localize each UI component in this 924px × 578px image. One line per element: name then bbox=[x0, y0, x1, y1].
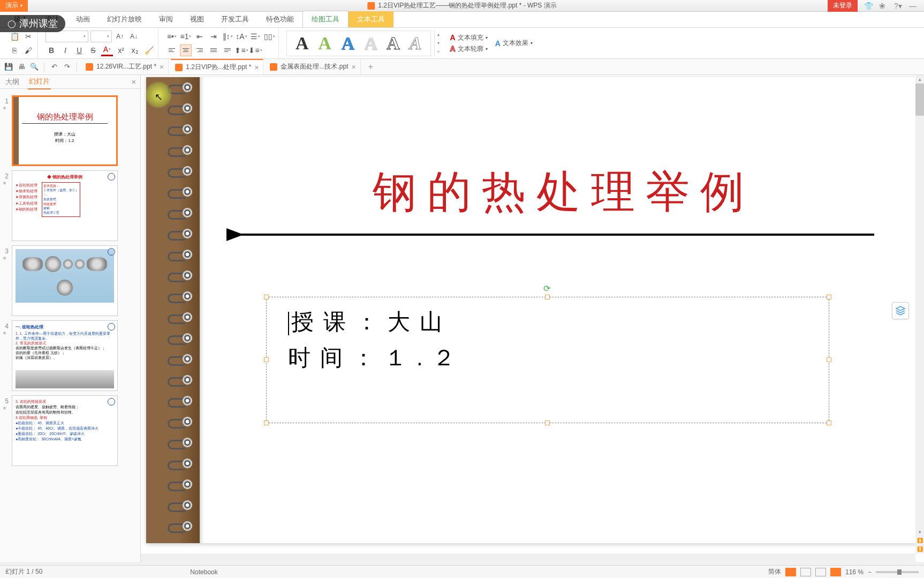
decrease-indent-button[interactable]: ⇤ bbox=[194, 31, 206, 42]
format-painter-icon[interactable]: 🖌 bbox=[22, 44, 34, 56]
slide-thumbnail-5[interactable]: 3. 齿轮的性能要求 齿面高的硬度、接触疲劳、耐磨性能；齿轮轻芯部应具有高的韧性… bbox=[12, 395, 118, 466]
rotate-handle-icon[interactable]: ⟳ bbox=[543, 283, 552, 292]
resize-handle[interactable] bbox=[545, 295, 550, 299]
horizontal-scrollbar[interactable] bbox=[141, 553, 915, 562]
align-right-button[interactable] bbox=[194, 44, 206, 56]
doc-tab-2[interactable]: 1.2日VIP热...处理.ppt * × bbox=[171, 59, 263, 74]
thumbnail-list[interactable]: 1★ 钢的热处理举例 授课：大山时间：1.2 2★ ◆ 钢的热处理举例 bbox=[0, 89, 140, 562]
zoom-out-button[interactable]: − bbox=[868, 568, 872, 576]
text-direction-button[interactable]: ↕A bbox=[236, 31, 247, 42]
save-icon[interactable]: 💾 bbox=[3, 62, 14, 72]
wordart-style-3[interactable]: A bbox=[341, 33, 354, 54]
resize-handle[interactable] bbox=[827, 421, 831, 425]
zoom-slider[interactable] bbox=[876, 571, 919, 573]
settings-icon[interactable]: ❀ bbox=[879, 2, 888, 10]
slide-thumbnail-3[interactable] bbox=[12, 245, 118, 316]
prev-slide-icon[interactable]: ⏫ bbox=[915, 536, 924, 545]
resize-handle[interactable] bbox=[264, 295, 269, 299]
clear-format-icon[interactable]: 🧹 bbox=[143, 44, 155, 56]
scroll-up-icon[interactable]: ▴ bbox=[915, 75, 924, 84]
spacing-after-button[interactable]: ⬇≡ bbox=[249, 44, 261, 56]
minimize-icon[interactable]: — bbox=[909, 2, 918, 10]
columns-button[interactable]: ▯▯ bbox=[263, 31, 275, 42]
text-outline-button[interactable]: A文本轮廓▾ bbox=[450, 44, 488, 54]
panel-close-icon[interactable]: × bbox=[132, 78, 140, 86]
align-distribute-button[interactable] bbox=[222, 44, 233, 56]
superscript-button[interactable]: x² bbox=[115, 44, 127, 56]
wordart-style-5[interactable]: A bbox=[387, 33, 400, 54]
bold-button[interactable]: B bbox=[46, 44, 57, 56]
zoom-level[interactable]: 116 % bbox=[845, 568, 864, 576]
wordart-more-button[interactable]: ▴▾▿ bbox=[434, 31, 443, 56]
menu-features[interactable]: 特色功能 bbox=[257, 11, 302, 27]
panel-tab-outline[interactable]: 大纲 bbox=[4, 75, 20, 89]
panel-tab-slides[interactable]: 幻灯片 bbox=[28, 74, 51, 89]
wordart-style-1[interactable]: A bbox=[296, 33, 309, 54]
align-text-button[interactable]: ☰ bbox=[249, 31, 261, 42]
bullets-button[interactable]: ≡• bbox=[166, 31, 178, 42]
menu-text-tools[interactable]: 文本工具 bbox=[349, 11, 393, 27]
slide-title-box[interactable]: 钢的热处理举例 bbox=[243, 163, 885, 222]
increase-indent-button[interactable]: ⇥ bbox=[208, 31, 219, 42]
menu-review[interactable]: 审阅 bbox=[150, 11, 181, 27]
close-icon[interactable]: × bbox=[254, 63, 259, 72]
slide-thumbnail-1[interactable]: 钢的热处理举例 授课：大山时间：1.2 bbox=[12, 95, 118, 166]
print-preview-icon[interactable]: 🔍 bbox=[29, 62, 40, 72]
slide-thumbnail-2[interactable]: ◆ 钢的热处理举例 ➤齿轮热处理➤轴承热处理➤弹簧热处理➤工具热处理➤轴的热处理… bbox=[12, 170, 118, 241]
selected-text-box[interactable]: ⟳ 授课：大山 时间：１.２ bbox=[266, 297, 829, 423]
spacing-before-button[interactable]: ⬆≡ bbox=[236, 44, 247, 56]
decrease-font-icon[interactable]: A↓ bbox=[128, 31, 140, 42]
view-reading-button[interactable] bbox=[815, 568, 826, 576]
view-normal-button[interactable] bbox=[785, 568, 796, 576]
print-icon[interactable]: 🖶 bbox=[16, 62, 27, 72]
strike-button[interactable]: S bbox=[87, 44, 99, 56]
resize-handle[interactable] bbox=[264, 357, 269, 362]
font-size-dropdown[interactable] bbox=[90, 31, 112, 42]
skin-icon[interactable]: 👕 bbox=[864, 2, 873, 10]
font-color-button[interactable]: A bbox=[101, 44, 113, 56]
wordart-style-6[interactable]: A bbox=[410, 33, 422, 54]
subscript-button[interactable]: x₂ bbox=[129, 44, 141, 56]
slide-canvas-area[interactable]: ↖ document.write(Array.from({length:22},… bbox=[141, 75, 924, 562]
new-tab-button[interactable]: + bbox=[363, 62, 378, 72]
align-center-button[interactable] bbox=[180, 44, 192, 56]
align-justify-button[interactable] bbox=[208, 44, 219, 56]
align-left-button[interactable] bbox=[166, 44, 178, 56]
text-box-content[interactable]: 授课：大山 时间：１.２ bbox=[267, 297, 829, 382]
doc-tab-1[interactable]: 12.26VIR...工艺.ppt * × bbox=[81, 59, 169, 74]
menu-devtools[interactable]: 开发工具 bbox=[213, 11, 257, 27]
view-sorter-button[interactable] bbox=[800, 568, 811, 576]
vertical-scrollbar[interactable]: ▴ ▾ ⏫ ⏬ bbox=[915, 75, 924, 553]
menu-view[interactable]: 视图 bbox=[181, 11, 213, 27]
slide-canvas[interactable]: document.write(Array.from({length:22},(_… bbox=[146, 77, 917, 543]
resize-handle[interactable] bbox=[827, 357, 831, 362]
text-fill-button[interactable]: A文本填充▾ bbox=[450, 33, 488, 42]
scrollbar-thumb[interactable] bbox=[915, 84, 924, 116]
menu-slideshow[interactable]: 幻灯片放映 bbox=[99, 11, 150, 27]
menu-drawing-tools[interactable]: 绘图工具 bbox=[302, 11, 349, 27]
next-slide-icon[interactable]: ⏬ bbox=[915, 545, 924, 553]
menu-animation[interactable]: 动画 bbox=[67, 11, 99, 27]
layer-panel-button[interactable] bbox=[892, 302, 909, 319]
copy-icon[interactable]: ⎘ bbox=[9, 44, 20, 56]
wordart-style-2[interactable]: A bbox=[319, 33, 332, 54]
scroll-down-icon[interactable]: ▾ bbox=[915, 528, 924, 536]
resize-handle[interactable] bbox=[545, 421, 550, 425]
resize-handle[interactable] bbox=[264, 421, 269, 425]
undo-icon[interactable]: ↶ bbox=[49, 62, 59, 72]
text-effects-button[interactable]: A文本效果▾ bbox=[495, 39, 533, 48]
slide-thumbnail-4[interactable]: 一. 齿轮热处理 1. 1. 工作条件—用于传递动力，改变方向及速度的重要零件，… bbox=[12, 320, 118, 391]
close-icon[interactable]: × bbox=[160, 63, 164, 71]
resize-handle[interactable] bbox=[827, 295, 831, 299]
close-icon[interactable]: × bbox=[352, 63, 356, 71]
doc-tab-3[interactable]: 金属表面处理...技术.ppt × bbox=[266, 59, 360, 74]
line-spacing-button[interactable]: ‖↕ bbox=[222, 31, 233, 42]
wordart-style-4[interactable]: A bbox=[364, 33, 377, 54]
increase-font-icon[interactable]: A↑ bbox=[114, 31, 126, 42]
help-icon[interactable]: ?▾ bbox=[894, 2, 903, 10]
italic-button[interactable]: I bbox=[59, 44, 71, 56]
underline-button[interactable]: U bbox=[73, 44, 85, 56]
view-slideshow-button[interactable] bbox=[830, 568, 841, 576]
redo-icon[interactable]: ↷ bbox=[62, 62, 72, 72]
numbering-button[interactable]: ≡1 bbox=[180, 31, 192, 42]
